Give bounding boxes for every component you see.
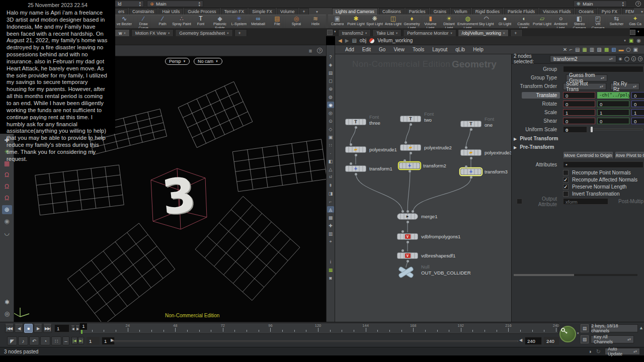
grid-snap-icon[interactable]: ▦: [582, 47, 587, 52]
checkbox[interactable]: [563, 177, 569, 183]
geometry-dots-icon[interactable]: ∷: [327, 142, 334, 148]
snapshot-cam-icon[interactable]: ◙: [327, 275, 334, 281]
range-start-input[interactable]: 1: [87, 337, 100, 345]
rotate-x-input[interactable]: 0: [563, 101, 595, 107]
help-icon[interactable]: ?: [635, 1, 641, 7]
rotate-order-select[interactable]: Rx Ry Rz▴▾: [610, 83, 639, 90]
shelf-tab[interactable]: Volume: [277, 8, 298, 15]
spinner-icon[interactable]: ▴▾: [622, 1, 624, 7]
shelf-tab[interactable]: FEM: [622, 8, 634, 15]
scale-z-input[interactable]: 1: [631, 109, 644, 116]
node-vdbreshapesdf1[interactable]: V: [397, 252, 418, 259]
node-transform2[interactable]: +: [399, 162, 420, 169]
prims-icon[interactable]: ◧: [327, 158, 334, 164]
ghosting-icon[interactable]: ↶: [29, 336, 39, 345]
step-forward-button[interactable]: |▶: [75, 325, 79, 331]
camera-selector[interactable]: No cam▼: [194, 58, 222, 65]
node-merge1[interactable]: ▸: [397, 213, 418, 220]
spray-paint-tool[interactable]: ∴ Spray Paint: [172, 15, 191, 26]
search-icon[interactable]: ◯: [624, 56, 629, 61]
transform-order-select[interactable]: Scale Rot Trans▴▾: [563, 83, 606, 90]
shelf-tab[interactable]: Hair Utils: [158, 8, 183, 15]
active-tool-icon[interactable]: ⊕: [2, 205, 12, 214]
switcher-tool[interactable]: ⇆ Switcher: [607, 15, 626, 26]
normals-icon[interactable]: ⇞: [327, 182, 334, 189]
pane-split-icon[interactable]: [327, 30, 333, 35]
gear-icon[interactable]: ✳: [618, 56, 622, 62]
move-centroid-button[interactable]: Move Centroid to Origin: [564, 152, 613, 159]
grid-colors-icon[interactable]: ▦: [327, 266, 334, 273]
set-key-button[interactable]: [559, 326, 576, 342]
shelf-tab[interactable]: Lights and Cameras: [332, 8, 378, 15]
snapshot-icon[interactable]: ▣: [633, 47, 638, 52]
output-attribute-toggle[interactable]: [517, 199, 522, 204]
background-icon[interactable]: ◬: [327, 206, 334, 213]
grid-ref-icon[interactable]: ⌐: [327, 198, 334, 205]
move-pivot-button[interactable]: Move Pivot to C: [615, 152, 644, 159]
play-button[interactable]: ▶: [34, 324, 42, 333]
shade-mode-icon[interactable]: ▤: [327, 69, 334, 76]
step-back-button[interactable]: ◀|: [71, 325, 75, 331]
shelf-tab[interactable]: Vellum: [451, 8, 471, 15]
path-tool[interactable]: ∕ Path: [153, 15, 172, 26]
grid-layout-icon[interactable]: ▥: [590, 47, 594, 52]
next-key-button[interactable]: ▶|: [78, 337, 84, 344]
node-selector[interactable]: transform2 ▴▾: [550, 55, 616, 62]
menu-item[interactable]: Edit: [358, 47, 375, 52]
range-end-field[interactable]: 240: [544, 337, 559, 345]
key-list-icon[interactable]: ▤: [581, 324, 589, 332]
objects-icon[interactable]: ▣: [327, 134, 334, 140]
node-font-one[interactable]: T: [460, 121, 481, 127]
axis-icon[interactable]: ⌖: [327, 238, 334, 245]
shelf-tab[interactable]: Pyro FX: [598, 8, 621, 15]
num-12-icon[interactable]: ¹²: [327, 174, 334, 180]
path-dropdown-icon[interactable]: ▾: [624, 39, 626, 42]
box-orange-icon[interactable]: ▬: [619, 47, 624, 52]
range-slider-handle[interactable]: ▶: [111, 338, 114, 342]
breadcrumb-root[interactable]: obj: [360, 38, 366, 43]
environment-light-tool[interactable]: ◍ Environment Light: [458, 15, 477, 28]
vr-camera-tool[interactable]: ◰ VR Camera: [589, 15, 607, 28]
chevron-down-icon[interactable]: ▾: [365, 31, 367, 35]
translate-x-input[interactable]: 0: [563, 92, 595, 99]
lock-view-icon[interactable]: ◻: [327, 77, 334, 84]
light-normal-icon[interactable]: ◉: [327, 102, 334, 108]
right-main-selector[interactable]: ❋ Main ▴▾: [574, 1, 627, 7]
shelf-overflow-icon[interactable]: ▾: [316, 10, 318, 14]
viewport-help-icon[interactable]: ?: [317, 48, 323, 53]
shelf-tab[interactable]: +: [299, 8, 309, 15]
pane-menu-icon[interactable]: ▾: [334, 30, 336, 33]
point-light-tool[interactable]: ✱ Point Light: [347, 15, 365, 26]
key-pointer-icon[interactable]: ◤: [7, 336, 17, 345]
spinner-icon[interactable]: ▴▾: [198, 1, 200, 7]
desktop-selector[interactable]: ld ▴▾: [115, 1, 144, 7]
pane-tab[interactable]: +: [510, 29, 523, 36]
dash-icon[interactable]: –: [62, 336, 69, 345]
pane-tab[interactable]: /obj/Vellum_working ▾: [458, 29, 509, 36]
spinner-icon[interactable]: ▴▾: [139, 1, 141, 7]
pivot-transform-section[interactable]: ▶Pivot Transform: [514, 136, 558, 141]
uniform-scale-slider[interactable]: [590, 129, 642, 130]
light-high-icon[interactable]: ◎: [327, 110, 334, 116]
pre-transform-section[interactable]: ▶Pre-Transform: [514, 144, 554, 150]
network-tools-icon[interactable]: ✕: [563, 47, 567, 52]
node-out-vdb-collider[interactable]: [397, 265, 415, 279]
jump-to-start-button[interactable]: |◀◀: [5, 324, 14, 333]
spot-light-tool[interactable]: ❋ Spot Light: [365, 15, 384, 26]
vellum-stitch-icon[interactable]: Ω: [2, 182, 12, 191]
chevron-down-icon[interactable]: ▾: [227, 31, 228, 35]
message-log-icon[interactable]: ◗: [589, 348, 592, 354]
menu-item[interactable]: qLib: [451, 47, 469, 52]
node-polyextrude3[interactable]: ▰: [460, 149, 481, 156]
find-icon[interactable]: ◯: [626, 47, 631, 52]
shelf-tab[interactable]: Oceans: [575, 8, 597, 15]
shelf-tab[interactable]: Guide Process: [184, 8, 219, 15]
shelf-tab[interactable]: Viscous Fluids: [539, 8, 574, 15]
audio-icon[interactable]: ♪: [18, 336, 28, 345]
current-frame-input[interactable]: 1: [54, 324, 69, 332]
recook-icon[interactable]: ↻: [596, 348, 601, 355]
menu-item[interactable]: Tools: [409, 47, 428, 52]
shelf-tab[interactable]: Simple FX: [249, 8, 276, 15]
gi-light-tool[interactable]: ● GI Light: [496, 15, 514, 26]
range-slider[interactable]: [112, 340, 518, 342]
